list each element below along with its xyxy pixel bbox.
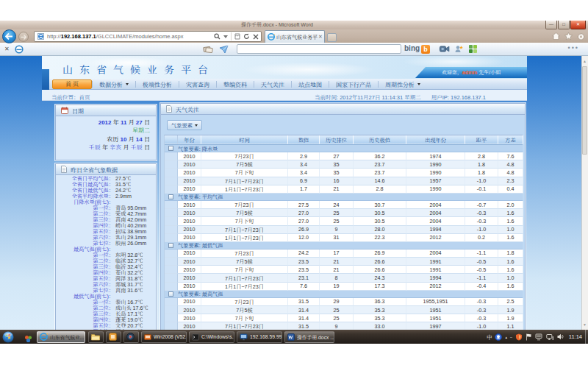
taskbar-clock[interactable]: 11:14 (569, 333, 582, 340)
toolbar-search-input[interactable] (237, 44, 401, 54)
table-cell: 1994 (406, 226, 465, 234)
table-group-row[interactable]: 气象要素: 降水量 (165, 145, 523, 152)
taskbar-button-label: 操作手册.docx ... (297, 333, 334, 341)
media-icon (126, 333, 135, 341)
forward-button[interactable] (18, 32, 29, 42)
windows-start-icon (2, 331, 14, 343)
collapse-icon[interactable] (168, 291, 173, 297)
favorites-star-icon[interactable] (564, 32, 573, 40)
table-cell: 28.0 (354, 226, 406, 234)
address-bar-controls (214, 32, 261, 40)
table-cell: 23.5 (288, 266, 320, 274)
refresh-icon[interactable] (243, 33, 250, 40)
main-nav: 首 页数据分析极端性分析灾害查询整编资料天气关注站点地图国家下行产品周期性分析 (42, 79, 527, 90)
toolbar-close-icon[interactable]: ✕ (4, 46, 10, 52)
nav-item-3[interactable]: 灾害查询 (179, 80, 216, 88)
calendar-panel: 日期 2012 年 11 月 27 日星期二农历 10 月 14 日壬辰 年 辛… (55, 105, 157, 160)
address-bar[interactable]: http://192.168.137.1/GLCCLIMATE/modules/… (34, 31, 262, 42)
main-panel-title: 天气关注 (176, 105, 199, 113)
toolbar-rewards-icon[interactable] (203, 45, 213, 54)
nav-item-5[interactable]: 天气关注 (254, 80, 291, 88)
nav-item-2[interactable]: 极端性分析 (136, 80, 179, 88)
start-button[interactable] (2, 331, 13, 342)
home-icon[interactable] (552, 32, 560, 40)
bing-b-icon[interactable]: b (421, 45, 430, 54)
show-desktop-button[interactable] (585, 330, 588, 344)
table-cell: 7月下旬 (201, 217, 288, 225)
table-cell: 2004 (406, 209, 465, 217)
toolbar-overflow-icon[interactable]: ••• (568, 44, 579, 52)
table-cell: 1990 (406, 169, 465, 177)
table-header-2: 数值 (288, 135, 320, 144)
tray-flag-icon[interactable] (526, 333, 532, 341)
tray-vol-icon[interactable] (557, 333, 564, 340)
nav-item-home[interactable]: 首 页 (52, 79, 92, 89)
nav-item-6[interactable]: 站点地图 (292, 80, 329, 88)
taskbar-button-7[interactable]: 操作手册.docx ... (284, 331, 334, 343)
stop-icon[interactable] (253, 34, 259, 40)
compatibility-view-icon[interactable] (234, 33, 240, 40)
toolbar-presence-icon[interactable] (15, 45, 24, 54)
taskbar-button-3[interactable] (123, 331, 139, 343)
new-tab-button[interactable] (327, 33, 337, 42)
scrollbar-down-icon[interactable]: ▼ (582, 320, 587, 329)
table-header-1: 时间 (201, 135, 288, 144)
nav-item-7[interactable]: 国家下行产品 (329, 80, 378, 88)
calendar-text: 壬辰 (89, 144, 101, 151)
table-cell: 7月23日 (201, 298, 288, 306)
nav-item-8[interactable]: 周期性分析 (379, 80, 427, 88)
taskbar: 山东省气候业...Win2008 (V52...C:\Windows\s...1… (0, 330, 588, 344)
climate-table: 年份时间数值历史排位历史极值出现年份距平方差气象要素: 降水量20107月23日… (164, 135, 523, 330)
taskbar-pinned-icon[interactable] (24, 333, 32, 346)
close-button[interactable]: ✕ (570, 21, 586, 29)
tray-net-icon[interactable] (546, 333, 554, 341)
browser-tab[interactable]: 山东省气候业务平... ✕ (265, 30, 325, 43)
collapse-icon[interactable] (168, 194, 173, 199)
back-button[interactable] (2, 29, 16, 43)
collapse-icon[interactable] (168, 146, 173, 151)
table-cell: 3.4 (288, 169, 320, 177)
search-dropdown-icon[interactable] (223, 35, 228, 38)
net-icon (546, 333, 554, 341)
maximize-button[interactable]: □ (558, 21, 570, 29)
table-cell: 27.0 (288, 217, 320, 225)
taskbar-button-0[interactable]: 山东省气候业... (37, 331, 85, 343)
scrollbar-up-icon[interactable]: ▲ (582, 57, 587, 66)
ime-indicator[interactable]: 中 (487, 333, 492, 341)
taskbar-button-2[interactable] (106, 331, 121, 343)
nav-item-4[interactable]: 整编资料 (217, 80, 254, 88)
search-icon[interactable] (214, 33, 220, 40)
collapse-icon[interactable] (168, 243, 173, 248)
table-cell: 2012 (406, 234, 465, 242)
toolbar-video-icon[interactable] (440, 45, 450, 53)
table-row-expander (165, 306, 178, 314)
taskbar-button-5[interactable]: C:\Windows\s... (189, 331, 234, 343)
minimize-button[interactable]: — (545, 21, 557, 29)
table-cell: 0.4 (498, 185, 523, 194)
table-group-row[interactable]: 气象要素: 最高气温 (165, 291, 523, 298)
tools-gear-icon[interactable] (577, 32, 585, 40)
taskbar-button-6[interactable]: 192.168.59.99... (237, 331, 282, 343)
table-group-row[interactable]: 气象要素: 最低气温 (165, 242, 523, 250)
table-cell: 7月23日 (201, 152, 288, 160)
table-cell: 1.6 (498, 258, 523, 266)
toolbar-mail-icon[interactable] (219, 45, 229, 54)
table-cell: 7.6 (498, 152, 523, 160)
table-cell: 2.8 (465, 152, 498, 160)
toolbar-share-icon[interactable] (454, 44, 464, 54)
scrollbar-thumb[interactable] (582, 66, 587, 155)
tray-shield-icon[interactable] (515, 333, 523, 341)
tray-expand-icon[interactable]: ▴ (505, 335, 507, 339)
table-row: 20107月5候31.42535.31951-0.31.9 (165, 306, 523, 314)
nav-item-1[interactable]: 数据分析 (93, 80, 135, 88)
toolbar-apps-icon[interactable] (468, 44, 478, 54)
tray-net2-icon[interactable] (535, 333, 543, 341)
table-cell: -0.3 (465, 217, 498, 225)
taskbar-button-1[interactable] (88, 331, 104, 343)
calendar-text: 月 (126, 136, 135, 143)
element-filter-button[interactable]: 气象要素 (167, 120, 202, 130)
table-group-row[interactable]: 气象要素: 平均气温 (165, 194, 523, 201)
tab-close-icon[interactable]: ✕ (318, 34, 323, 40)
tray-messenger-icon[interactable] (495, 333, 502, 341)
taskbar-button-4[interactable]: Win2008 (V52... (141, 331, 187, 343)
